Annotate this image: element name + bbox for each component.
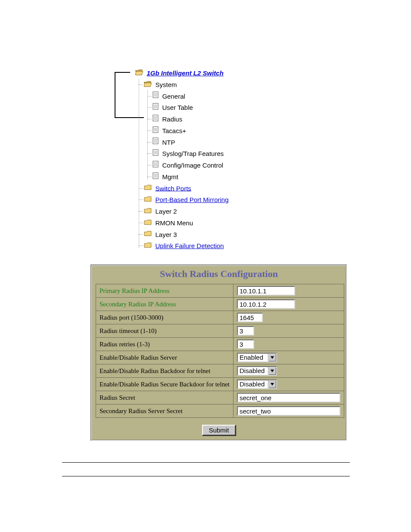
document-icon bbox=[153, 90, 159, 102]
radius-retries-input[interactable]: 3 bbox=[237, 339, 254, 349]
tree-node-uplink[interactable]: Uplink Failure Detection bbox=[135, 240, 308, 252]
tree-leaf-label: Syslog/Trap Features bbox=[162, 150, 224, 157]
field-label: Radius Secret bbox=[96, 391, 234, 404]
svg-marker-36 bbox=[271, 356, 274, 359]
folder-open-icon bbox=[144, 79, 152, 90]
panel-title: Switch Radius Configuration bbox=[93, 268, 345, 284]
field-label: Enable/Disable Radius Secure Backdoor fo… bbox=[96, 378, 234, 391]
radius-secure-backdoor-select[interactable]: Disabled bbox=[237, 380, 277, 389]
svg-marker-2 bbox=[144, 81, 151, 83]
folder-open-icon bbox=[135, 68, 143, 79]
field-label: Secondary Radius IP Address bbox=[96, 298, 234, 311]
radius-timeout-input[interactable]: 3 bbox=[237, 326, 254, 336]
field-label: Enable/Disable Radius Backdoor for telne… bbox=[96, 364, 234, 378]
tree-node-switch-ports[interactable]: Switch Ports bbox=[135, 183, 308, 194]
tree-leaf-radius[interactable]: Radius bbox=[144, 113, 308, 125]
tree-node-link[interactable]: Switch Ports bbox=[155, 184, 191, 192]
select-value: Enabled bbox=[238, 354, 268, 361]
radius-port-input[interactable]: 1645 bbox=[237, 313, 263, 322]
tree-node-link[interactable]: Uplink Failure Detection bbox=[155, 242, 224, 249]
document-icon bbox=[153, 160, 159, 171]
secondary-radius-secret-input[interactable]: secret_two bbox=[237, 406, 340, 416]
tree-leaf-label: Mgmt bbox=[162, 173, 178, 180]
secondary-radius-ip-input[interactable]: 10.10.1.2 bbox=[237, 299, 295, 309]
tree-leaf-label: General bbox=[162, 92, 185, 100]
tree-node-label: RMON Menu bbox=[155, 219, 193, 227]
primary-radius-ip-input[interactable]: 10.10.1.1 bbox=[237, 286, 295, 296]
document-icon bbox=[153, 114, 159, 125]
tree-node-label: Layer 3 bbox=[155, 230, 177, 238]
document-icon bbox=[153, 125, 159, 137]
folder-icon bbox=[144, 229, 152, 240]
divider bbox=[62, 476, 350, 476]
submit-button[interactable]: Submit bbox=[202, 425, 236, 436]
chevron-down-icon bbox=[268, 354, 276, 361]
svg-marker-0 bbox=[135, 70, 142, 72]
document-icon bbox=[153, 137, 159, 148]
tree-root[interactable]: 1Gb Intelligent L2 Switch System General bbox=[127, 67, 308, 252]
tree-leaf-config-image[interactable]: Config/Image Control bbox=[144, 159, 308, 171]
callout-line-vert bbox=[115, 72, 115, 117]
tree-leaf-ntp[interactable]: NTP bbox=[144, 137, 308, 148]
tree-node-port-mirroring[interactable]: Port-Based Port Mirroring bbox=[135, 194, 308, 205]
field-label: Primary Radius IP Address bbox=[96, 284, 234, 298]
tree-leaf-label: Radius bbox=[162, 115, 182, 123]
svg-marker-3 bbox=[144, 83, 152, 87]
tree-leaf-label: NTP bbox=[162, 138, 175, 146]
select-value: Disabled bbox=[238, 380, 268, 388]
tree-leaf-syslog[interactable]: Syslog/Trap Features bbox=[144, 148, 308, 159]
tree-leaf-label: User Table bbox=[162, 104, 193, 111]
radius-secret-input[interactable]: secret_one bbox=[237, 393, 340, 402]
tree-leaf-label: Config/Image Control bbox=[162, 162, 223, 169]
folder-icon bbox=[144, 194, 152, 205]
field-label: Enable/Disable Radius Server bbox=[96, 351, 234, 364]
tree-leaf-general[interactable]: General bbox=[144, 90, 308, 102]
field-label: Radius timeout (1-10) bbox=[96, 324, 234, 338]
document-icon bbox=[153, 148, 159, 159]
field-label: Secondary Radius Server Secret bbox=[96, 404, 234, 418]
tree-leaf-label: Tacacs+ bbox=[162, 127, 186, 134]
svg-marker-1 bbox=[135, 71, 143, 75]
radius-config-panel: Switch Radius Configuration Primary Radi… bbox=[90, 264, 347, 441]
tree-node-label: Layer 2 bbox=[155, 208, 177, 215]
field-label: Radius retries (1-3) bbox=[96, 338, 234, 351]
chevron-down-icon bbox=[268, 367, 276, 375]
tree-node-system[interactable]: System General User Table bbox=[135, 79, 308, 183]
tree-root-label[interactable]: 1Gb Intelligent L2 Switch bbox=[146, 69, 223, 77]
svg-marker-37 bbox=[271, 370, 274, 372]
select-value: Disabled bbox=[238, 367, 268, 375]
nav-tree: 1Gb Intelligent L2 Switch System General bbox=[127, 67, 308, 252]
field-label: Radius port (1500-3000) bbox=[96, 311, 234, 324]
tree-node-layer3[interactable]: Layer 3 bbox=[135, 229, 308, 240]
tree-node-layer2[interactable]: Layer 2 bbox=[135, 205, 308, 217]
folder-icon bbox=[144, 240, 152, 252]
radius-server-enable-select[interactable]: Enabled bbox=[237, 353, 277, 362]
document-icon bbox=[153, 102, 159, 113]
svg-marker-38 bbox=[271, 383, 274, 386]
tree-leaf-tacacs[interactable]: Tacacs+ bbox=[144, 125, 308, 137]
folder-icon bbox=[144, 218, 152, 229]
config-table: Primary Radius IP Address 10.10.1.1 Seco… bbox=[96, 284, 344, 418]
folder-icon bbox=[144, 183, 152, 194]
tree-node-label: System bbox=[155, 81, 177, 88]
divider bbox=[62, 462, 350, 463]
tree-node-rmon[interactable]: RMON Menu bbox=[135, 217, 308, 229]
tree-leaf-user-table[interactable]: User Table bbox=[144, 102, 308, 113]
folder-icon bbox=[144, 206, 152, 217]
radius-backdoor-select[interactable]: Disabled bbox=[237, 366, 277, 376]
document-icon bbox=[153, 171, 159, 183]
tree-node-link[interactable]: Port-Based Port Mirroring bbox=[155, 196, 228, 203]
tree-leaf-mgmt[interactable]: Mgmt bbox=[144, 171, 308, 183]
chevron-down-icon bbox=[268, 380, 276, 388]
